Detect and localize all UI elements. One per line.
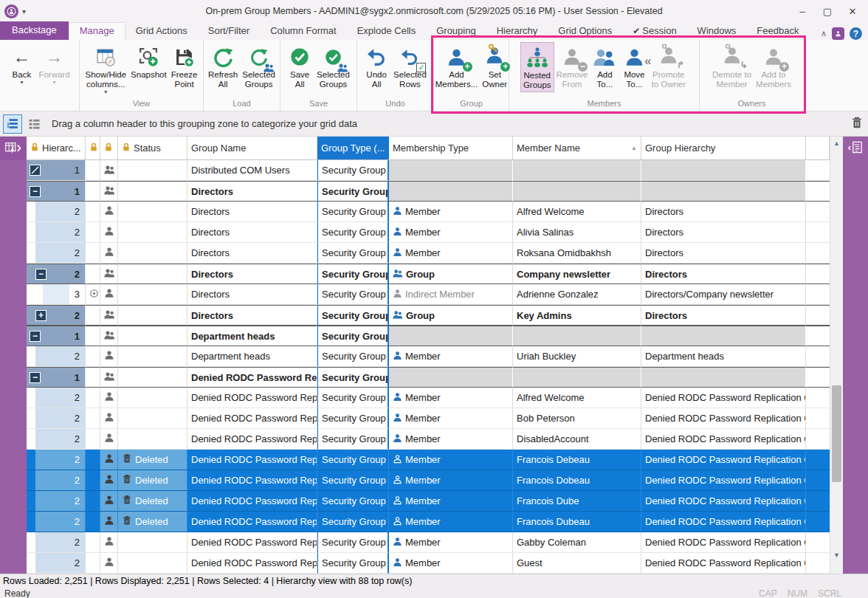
tab-manage[interactable]: Manage xyxy=(69,22,125,40)
ribbon-group-members: Nested Groups−Remove FromAdd To...«Move … xyxy=(509,40,700,111)
nested-groups-button[interactable]: Nested Groups xyxy=(520,42,554,92)
table-row[interactable]: 2Denied RODC Password Replication GroupS… xyxy=(27,408,830,429)
tab-grouping[interactable]: Grouping xyxy=(426,23,486,40)
row-filler xyxy=(806,512,830,532)
table-row[interactable]: 3DirectorsSecurity GroupIndirect MemberA… xyxy=(27,284,830,305)
table-row[interactable]: 2Department headsSecurity GroupMemberUri… xyxy=(27,346,830,367)
table-row[interactable]: 2DirectorsSecurity GroupMemberAlfred Wel… xyxy=(27,202,830,222)
column-header-membership-type[interactable]: Membership Type xyxy=(389,137,513,159)
right-panel-strip[interactable]: ‹ xyxy=(843,137,868,574)
move-to-button[interactable]: «Move To... xyxy=(619,42,649,91)
table-row[interactable]: 2DeletedDenied RODC Password Replication… xyxy=(27,470,830,491)
table-row[interactable]: 2DeletedDenied RODC Password Replication… xyxy=(27,491,830,512)
tab-sort-filter[interactable]: Sort/Filter xyxy=(198,23,260,40)
table-row[interactable]: 2DirectorsSecurity GroupMemberAlivia Sal… xyxy=(27,222,830,243)
indirect-cell xyxy=(86,264,100,284)
group-hierarchy-cell: Denied RODC Password Replication Group xyxy=(641,429,806,450)
tab-column-format[interactable]: Column Format xyxy=(260,23,347,40)
flat-view-toggle[interactable] xyxy=(24,114,44,134)
member-name: Francois Dobeau xyxy=(517,475,590,486)
trash-icon[interactable] xyxy=(850,116,864,132)
ready-label: Ready xyxy=(4,588,30,598)
group-hierarchy-cell xyxy=(641,160,806,181)
right-panel-toggle[interactable]: ‹ xyxy=(848,141,863,154)
table-row[interactable]: 2Denied RODC Password Replication GroupS… xyxy=(27,532,830,553)
dropdown-caret-icon: ▾ xyxy=(52,80,55,85)
account-icon[interactable] xyxy=(832,27,844,40)
group-hierarchy-cell: Directors xyxy=(641,305,806,326)
refresh-all-button[interactable]: Refresh All xyxy=(206,42,240,91)
column-header-member-name[interactable]: Member Name▲ xyxy=(513,137,641,159)
save-all-button[interactable]: Save All xyxy=(285,42,314,91)
refresh-icon xyxy=(210,44,235,70)
partial-toggle[interactable] xyxy=(30,165,41,176)
table-row[interactable]: 1Distributed COM UsersSecurity Group xyxy=(27,160,830,181)
table-row[interactable]: −2DirectorsSecurity GroupGroupCompany ne… xyxy=(27,264,830,284)
row-filler xyxy=(806,532,830,553)
table-row[interactable]: −1Department headsSecurity Group xyxy=(27,326,830,346)
column-header-hierarc[interactable]: Hierarc... xyxy=(27,137,86,159)
column-header-lock[interactable] xyxy=(100,137,118,159)
column-header-group-hierarchy[interactable]: Group Hierarchy xyxy=(641,137,806,159)
scroll-up-arrow[interactable]: ▲ xyxy=(830,137,843,150)
freeze-point-button[interactable]: Freeze Point xyxy=(169,42,200,91)
tab-windows[interactable]: Windows xyxy=(687,23,747,40)
table-row[interactable]: 2Denied RODC Password Replication GroupS… xyxy=(27,553,830,574)
tab-session[interactable]: ✔Session xyxy=(622,23,686,40)
maximize-button[interactable]: ▢ xyxy=(816,3,838,19)
grid-tools-icon[interactable] xyxy=(0,137,27,160)
grouping-zone[interactable]: Drag a column header to this grouping zo… xyxy=(0,111,868,137)
table-row[interactable]: 2Denied RODC Password Replication GroupS… xyxy=(27,429,830,450)
column-header-group-type[interactable]: Group Type (... xyxy=(317,137,389,159)
scroll-down-arrow[interactable]: ▼ xyxy=(830,549,843,562)
tab-grid-options[interactable]: Grid Options xyxy=(548,23,622,40)
selected-groups-button[interactable]: Selected Groups xyxy=(240,42,278,91)
group-hierarchy-cell: Denied RODC Password Replication Group xyxy=(641,470,806,491)
set-owner-button[interactable]: +Set Owner xyxy=(480,42,509,91)
table-row[interactable]: −1DirectorsSecurity Group xyxy=(27,181,830,202)
table-row[interactable]: 2DirectorsSecurity GroupMemberRoksana Om… xyxy=(27,243,830,264)
add-members-button[interactable]: +Add Members... xyxy=(433,42,480,91)
group-hierarchy-cell: Directors/Company newsletter xyxy=(641,284,806,305)
selected-groups-button[interactable]: Selected Groups xyxy=(314,42,352,91)
table-row[interactable]: 2DeletedDenied RODC Password Replication… xyxy=(27,450,830,470)
object-icon-cell xyxy=(100,408,118,429)
table-row[interactable]: +2DirectorsSecurity GroupGroupKey Admins… xyxy=(27,305,830,326)
set-owner-icon: + xyxy=(482,44,507,70)
tab-explode-cells[interactable]: Explode Cells xyxy=(347,23,427,40)
scrollbar-thumb[interactable] xyxy=(832,385,841,481)
collapse-toggle[interactable]: − xyxy=(30,372,41,383)
collapse-toggle[interactable]: − xyxy=(35,269,46,280)
tab-feedback[interactable]: Feedback xyxy=(746,23,809,40)
table-row[interactable]: −1Denied RODC Password Replication Group… xyxy=(27,367,830,388)
user-icon xyxy=(104,205,114,218)
group-name: Directors xyxy=(191,206,230,217)
collapse-toggle[interactable]: − xyxy=(30,186,41,197)
left-panel-strip[interactable] xyxy=(0,137,27,574)
snapshot-button[interactable]: Snapshot xyxy=(128,42,169,81)
hierarchy-view-toggle[interactable] xyxy=(3,114,22,134)
tab-backstage[interactable]: Backstage xyxy=(0,21,69,40)
show-hide-columns-button[interactable]: Show/Hide columns...▾ xyxy=(83,42,128,96)
column-header-lock[interactable] xyxy=(86,137,100,159)
back-button[interactable]: ←Back▾ xyxy=(7,42,36,86)
expand-toggle[interactable]: + xyxy=(35,310,46,321)
column-header-group-name[interactable]: Group Name xyxy=(187,137,317,159)
table-row[interactable]: 2DeletedDenied RODC Password Replication… xyxy=(27,512,830,532)
table-row[interactable]: 2Denied RODC Password Replication GroupS… xyxy=(27,388,830,408)
collapse-toggle[interactable]: − xyxy=(30,331,41,342)
undo-all-button[interactable]: Undo All xyxy=(362,42,391,91)
column-header-status[interactable]: Status xyxy=(118,137,187,159)
collapse-ribbon-icon[interactable]: ∧ xyxy=(821,29,827,38)
help-icon[interactable]: ? xyxy=(850,27,862,40)
group-name-cell: Denied RODC Password Replication Group xyxy=(187,512,317,532)
tab-grid-actions[interactable]: Grid Actions xyxy=(125,23,198,40)
minimize-button[interactable]: – xyxy=(791,3,813,19)
vertical-scrollbar[interactable]: ▲ ▼ xyxy=(830,137,843,574)
close-button[interactable]: ✕ xyxy=(841,3,864,19)
selected-rows-button[interactable]: ✓Selected Rows xyxy=(391,42,429,91)
tab-hierarchy[interactable]: Hierarchy xyxy=(486,23,548,40)
add-to-button[interactable]: Add To... xyxy=(590,42,619,91)
member-name: Key Admins xyxy=(517,310,572,321)
object-icon-cell xyxy=(100,305,118,326)
